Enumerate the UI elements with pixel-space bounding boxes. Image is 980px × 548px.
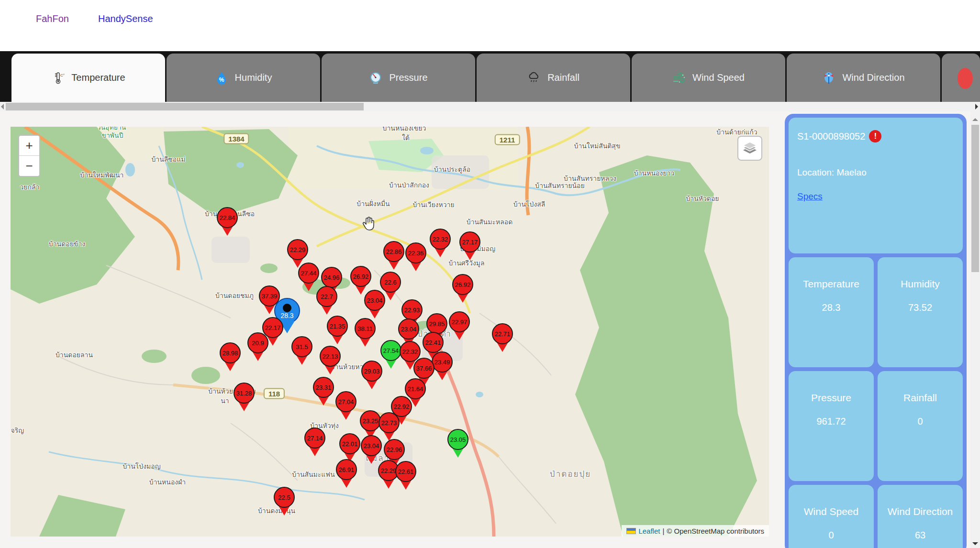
station-marker[interactable]: 28.98 — [220, 342, 241, 363]
station-marker[interactable]: 22.71 — [492, 323, 513, 344]
marker-head[interactable]: 22.32 — [430, 229, 451, 250]
marker-head[interactable]: 23.04 — [398, 318, 419, 340]
marker-head[interactable]: 23.49 — [432, 351, 453, 373]
nav-link-fahfon[interactable]: FahFon — [36, 13, 69, 24]
station-marker[interactable]: 22.29 — [287, 239, 308, 260]
station-marker[interactable]: 31.5 — [291, 336, 312, 357]
marker-head[interactable]: 22.73 — [379, 412, 400, 433]
marker-head[interactable]: 24.96 — [321, 267, 342, 288]
scroll-left-arrow-icon[interactable] — [1, 104, 4, 110]
marker-head[interactable]: 22.5 — [274, 487, 295, 508]
nav-link-handysense[interactable]: HandySense — [98, 13, 153, 24]
station-marker[interactable]: 27.44 — [298, 263, 319, 284]
marker-head[interactable]: 22.29 — [287, 239, 308, 260]
marker-head[interactable]: 20.9 — [247, 332, 268, 353]
station-marker[interactable]: 23.49 — [432, 351, 453, 373]
vertical-scrollbar[interactable] — [970, 111, 980, 548]
station-marker[interactable]: 22.7 — [316, 286, 337, 307]
station-marker[interactable]: 22.73 — [379, 412, 400, 433]
horizontal-scrollbar-thumb[interactable] — [6, 103, 364, 110]
marker-head[interactable]: 37.66 — [413, 358, 434, 379]
station-marker[interactable]: 22.96 — [384, 439, 405, 460]
marker-head[interactable]: 23.05 — [447, 429, 468, 450]
station-marker[interactable]: 27.14 — [304, 427, 325, 449]
station-marker[interactable]: 22.41 — [423, 332, 444, 353]
station-marker[interactable]: 22.36 — [405, 242, 426, 263]
station-marker[interactable]: 29.85 — [426, 313, 447, 334]
vertical-scrollbar-thumb[interactable] — [971, 125, 979, 272]
marker-head[interactable]: 22.84 — [217, 207, 238, 228]
marker-head[interactable]: 21.35 — [327, 316, 348, 337]
tab-wind-speed[interactable]: Wind Speed — [632, 54, 785, 102]
osm-attribution[interactable]: © OpenStreetMap contributors — [667, 527, 764, 535]
station-marker[interactable]: 23.31 — [313, 377, 334, 398]
station-marker[interactable]: 24.96 — [321, 267, 342, 288]
marker-head[interactable]: 27.04 — [335, 391, 356, 412]
marker-head[interactable]: 31.28 — [234, 383, 255, 404]
marker-head[interactable]: 23.25 — [360, 410, 381, 431]
marker-head[interactable]: 22.13 — [320, 346, 341, 367]
station-marker[interactable]: 22.97 — [449, 311, 470, 332]
marker-head[interactable]: 27.54 — [380, 340, 401, 361]
marker-head[interactable]: 26.92 — [452, 274, 473, 295]
station-marker[interactable]: 22.01 — [339, 433, 360, 454]
marker-head[interactable]: 22.41 — [423, 332, 444, 353]
station-marker[interactable]: 22.61 — [395, 461, 416, 482]
recording-indicator-icon[interactable] — [958, 68, 973, 89]
marker-head[interactable]: 27.14 — [304, 427, 325, 449]
marker-head[interactable]: 23.31 — [313, 377, 334, 398]
tab-humidity[interactable]: % Humidity — [167, 54, 320, 102]
marker-head[interactable]: 28.98 — [220, 342, 241, 363]
station-marker[interactable]: 23.04 — [398, 318, 419, 340]
marker-head[interactable]: 31.5 — [291, 336, 312, 357]
station-marker[interactable]: 23.05 — [447, 429, 468, 450]
marker-head[interactable]: 23.04 — [361, 435, 382, 456]
horizontal-scrollbar[interactable] — [0, 102, 980, 111]
station-marker[interactable]: 22.5 — [274, 487, 295, 508]
station-marker[interactable]: 21.35 — [327, 316, 348, 337]
marker-head[interactable]: 26.92 — [350, 266, 371, 287]
station-marker[interactable]: 26.92 — [350, 266, 371, 287]
marker-head[interactable]: 22.97 — [449, 311, 470, 332]
marker-head[interactable]: 22.61 — [395, 461, 416, 482]
marker-head[interactable]: 29.03 — [361, 361, 382, 382]
scroll-down-arrow-icon[interactable] — [972, 542, 978, 545]
station-marker[interactable]: 22.13 — [320, 346, 341, 367]
station-marker[interactable]: 22.32 — [430, 229, 451, 250]
tab-temperature[interactable]: C° Temperature — [11, 54, 165, 102]
marker-head[interactable]: 22.01 — [339, 433, 360, 454]
marker-head[interactable]: 22.96 — [384, 439, 405, 460]
station-marker[interactable]: 23.25 — [360, 410, 381, 431]
station-marker[interactable]: 38.11 — [355, 318, 376, 339]
station-marker[interactable]: 37.66 — [413, 358, 434, 379]
marker-head[interactable]: 27.44 — [298, 263, 319, 284]
marker-head[interactable]: 22.7 — [316, 286, 337, 307]
station-marker[interactable]: 20.9 — [247, 332, 268, 353]
station-marker[interactable]: 27.04 — [335, 391, 356, 412]
zoom-in-button[interactable]: + — [19, 136, 39, 156]
scroll-up-arrow-icon[interactable] — [972, 118, 978, 121]
station-marker[interactable]: 29.03 — [361, 361, 382, 382]
leaflet-link[interactable]: Leaflet — [638, 527, 660, 535]
marker-head[interactable]: 22.93 — [401, 299, 423, 320]
specs-link[interactable]: Specs — [797, 191, 823, 202]
marker-head[interactable]: 22.86 — [383, 241, 404, 262]
station-marker[interactable]: 22.93 — [401, 299, 423, 320]
tab-pressure[interactable]: Pressure — [322, 54, 475, 102]
marker-head[interactable]: 38.11 — [355, 318, 376, 339]
station-marker[interactable]: 26.92 — [452, 274, 473, 295]
station-marker[interactable]: 22.86 — [383, 241, 404, 262]
station-marker[interactable]: 27.54 — [380, 340, 401, 361]
station-marker[interactable]: 31.28 — [234, 383, 255, 404]
marker-head[interactable]: 29.85 — [426, 313, 447, 334]
tab-wind-direction[interactable]: Wind Direction — [787, 54, 940, 102]
map-layers-button[interactable] — [737, 136, 762, 161]
scroll-right-arrow-icon[interactable] — [975, 104, 978, 110]
zoom-out-button[interactable]: − — [19, 156, 39, 176]
station-marker[interactable]: 26.91 — [336, 459, 357, 480]
marker-head[interactable]: 23.04 — [364, 290, 385, 311]
marker-head[interactable]: 22.71 — [492, 323, 513, 344]
marker-head[interactable]: 26.91 — [336, 459, 357, 480]
station-marker[interactable]: 27.17 — [459, 231, 480, 252]
marker-head[interactable]: 27.17 — [459, 231, 480, 252]
